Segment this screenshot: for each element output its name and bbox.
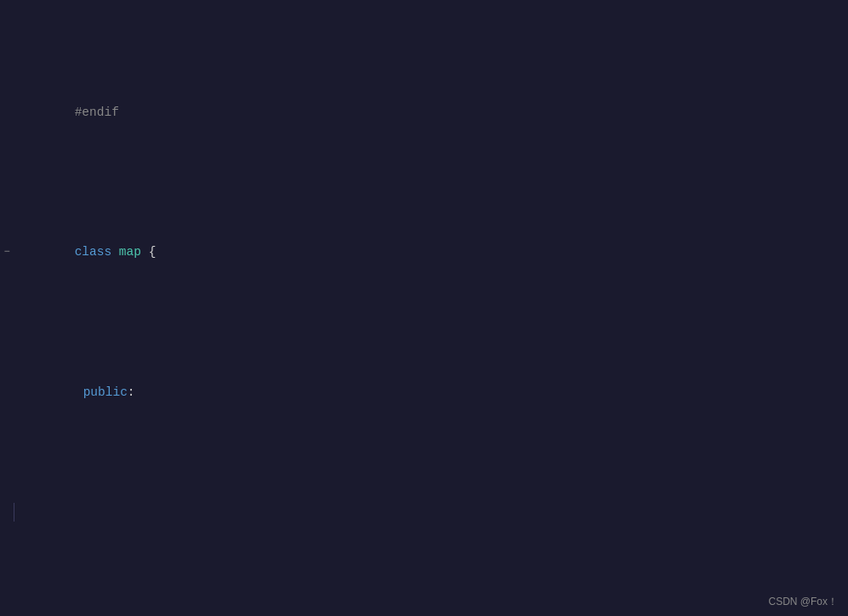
line-class-map: − class map { — [0, 222, 848, 283]
code-block: #endif − class map { public: — [0, 0, 848, 616]
line-empty-content — [22, 503, 848, 522]
line-empty-bar — [0, 502, 848, 523]
line-comment-typedefs: // typedefs: — [0, 602, 848, 616]
line-content-class-map: class map { — [14, 223, 848, 282]
code-container: #endif − class map { public: — [0, 0, 848, 616]
line-endif: #endif — [0, 83, 848, 144]
line-content-comment: // typedefs: — [22, 603, 848, 616]
line-content: #endif — [14, 83, 848, 143]
line-content-public-1: public: — [22, 362, 848, 422]
line-public-1: public: — [0, 362, 848, 423]
fold-minus-icon[interactable]: − — [0, 244, 14, 260]
watermark: CSDN @Fox！ — [768, 595, 838, 609]
